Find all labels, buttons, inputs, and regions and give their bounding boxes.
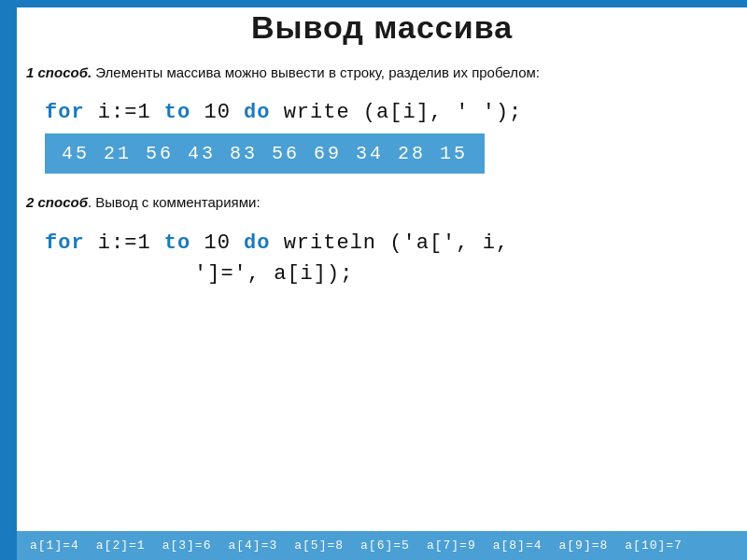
keyword-do-2: do [244,231,270,255]
array-item: a[8]=4 [493,539,543,553]
keyword-for-2: for [45,231,85,255]
section2-description: 2 способ. Вывод с комментариями: [26,192,738,214]
array-item: a[2]=1 [96,539,146,553]
array-item: a[9]=8 [559,539,609,553]
array-item: a[5]=8 [294,539,344,553]
array-display-1: 45 21 56 43 83 56 69 34 28 15 [45,133,485,174]
code-rest2-2: ']=' [194,262,247,286]
section2-label: 2 способ [26,194,88,210]
array-item: a[6]=5 [360,539,410,553]
section1-label: 1 способ. [26,64,92,80]
array-display-2: a[1]=4a[2]=1a[3]=6a[4]=3a[5]=8a[6]=5a[7]… [17,531,747,560]
code-var-1: i:=1 [85,101,164,124]
code-line2-2: ']=', a[i]); [194,259,738,289]
keyword-to-2: to [164,231,190,255]
array-item: a[3]=6 [162,539,212,553]
code-num-1: 10 [190,101,244,124]
section1-description: 1 способ. Элементы массива можно вывести… [26,63,738,84]
page-title: Вывод массива [26,9,738,46]
array-item: a[7]=9 [427,539,476,553]
code-rest2-1: writeln ('a[', i, [270,231,509,255]
top-blue-bar [0,0,747,7]
section1-code: for i:=1 to 10 do write (a[i], ' '); [45,101,738,124]
code-rest-1: write (a[i], ' '); [270,101,522,124]
array-values-1: 45 21 56 43 83 56 69 34 28 15 [62,143,468,164]
left-blue-bar [0,0,17,560]
keyword-for-1: for [45,101,85,124]
section2-code: for i:=1 to 10 do writeln ('a[', i, ']='… [45,228,738,289]
code-var-2: i:=1 [85,231,164,255]
code-line2-1: for i:=1 to 10 do writeln ('a[', i, [45,228,738,259]
keyword-do-1: do [244,101,270,124]
code-rest2-3: , a[i]); [247,262,354,286]
code-num-2: 10 [190,231,244,255]
array-item: a[4]=3 [228,539,277,553]
array-item: a[10]=7 [625,539,683,553]
array-item: a[1]=4 [30,539,79,553]
keyword-to-1: to [164,101,190,124]
